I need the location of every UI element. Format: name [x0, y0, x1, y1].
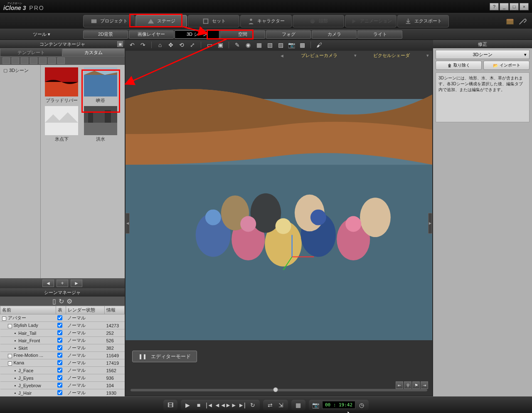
cm-add-button[interactable]: + [57, 279, 68, 287]
visibility-checkbox[interactable] [57, 360, 62, 365]
viewport-right-handle[interactable]: ► [428, 213, 432, 234]
tree-toggle[interactable]: - [8, 354, 12, 358]
select-button[interactable]: ▭ [205, 41, 214, 49]
tree-toggle[interactable]: - [2, 317, 6, 321]
bb-link-icon[interactable]: ⇄ [266, 401, 275, 410]
bb-film-icon[interactable]: 🎞 [166, 401, 175, 410]
table-row[interactable]: •Hair_Frontノーマル526 [0, 337, 125, 344]
viewport-scrubber[interactable]: ⇤ ⚲ ⚑ ⇥ [131, 389, 427, 391]
camera-icon[interactable]: 📷 [287, 41, 296, 49]
scrub-handle[interactable] [273, 387, 278, 392]
table-row[interactable]: •J_Eyebrowノーマル104 [0, 382, 125, 389]
subtab-camera[interactable]: カメラ [312, 30, 357, 39]
sm-tool-3[interactable]: ⚙ [66, 297, 72, 305]
viewport[interactable]: ◄ プレビューカメラ ▾ ピクセルシェーダ ▾ ❚❚ エディターモード ◄ ► … [126, 51, 432, 396]
scrub-btn-2[interactable]: ⚲ [404, 381, 411, 389]
bb-clock-icon[interactable]: ◷ [357, 401, 366, 410]
tab-stage[interactable]: ステージ [135, 15, 187, 27]
visibility-checkbox[interactable] [57, 368, 62, 373]
rewind-button[interactable]: ◄◄ [216, 401, 225, 410]
sm-tool-1[interactable]: ▯ [52, 297, 56, 305]
visibility-checkbox[interactable] [57, 323, 62, 328]
col-render[interactable]: レンダー状態 [66, 306, 104, 314]
thumb-blood-river[interactable]: ブラッドリバー [43, 67, 80, 104]
cm-tree-item-3dscene[interactable]: ▢ 3Dシーン [2, 67, 39, 74]
visibility-checkbox[interactable] [57, 383, 62, 388]
home-button[interactable]: ⌂ [156, 41, 164, 49]
subtab-space[interactable]: 空間 [220, 30, 265, 39]
bb-layout-icon[interactable]: ▦ [294, 401, 303, 410]
subtab-light[interactable]: ライト [357, 30, 402, 39]
overlay-prev-icon[interactable]: ◄ [280, 53, 284, 58]
undo-button[interactable]: ↶ [128, 41, 136, 49]
tab-character[interactable]: キャラクター [240, 15, 292, 27]
col-vis[interactable]: 表 [56, 306, 66, 314]
move-button[interactable]: ✥ [167, 41, 175, 49]
loop-button[interactable]: ↻ [248, 401, 257, 410]
tab-animation[interactable]: アニメーション [345, 15, 397, 27]
scrub-btn-4[interactable]: ⇥ [421, 381, 428, 389]
overlay-camera-label[interactable]: プレビューカメラ [301, 52, 337, 59]
table-row[interactable]: -Free-Motion ...ノーマル11649 [0, 352, 125, 359]
tools-icon[interactable] [518, 17, 527, 27]
scale-button[interactable]: ⤢ [188, 41, 197, 49]
forward-button[interactable]: ►► [227, 401, 236, 410]
thumb-freezing[interactable]: 氷点下 [43, 106, 80, 142]
subtab-fog[interactable]: フォグ [266, 30, 311, 39]
stop-button[interactable]: ■ [194, 401, 203, 410]
tools-dropdown[interactable]: ツール ▾ [0, 31, 83, 37]
cm-tool-7[interactable] [57, 57, 65, 64]
cm-tool-3[interactable] [21, 57, 28, 64]
bb-cam-icon[interactable]: 📷 [311, 401, 320, 410]
scrub-btn-1[interactable]: ⇤ [396, 381, 403, 389]
help-button[interactable]: ? [490, 3, 499, 10]
sm-tool-2[interactable]: ↻ [59, 297, 64, 305]
visibility-checkbox[interactable] [57, 353, 62, 358]
table-row[interactable]: -アバターノーマル [0, 314, 125, 322]
rewind-start-button[interactable]: |◄ [205, 401, 214, 410]
visibility-checkbox[interactable] [57, 315, 62, 320]
table-row[interactable]: •J_Eyesノーマル936 [0, 374, 125, 382]
visibility-checkbox[interactable] [57, 375, 62, 380]
brush-icon[interactable]: 🖌 [315, 41, 323, 49]
table-row[interactable]: •Hair_Tailノーマル252 [0, 329, 125, 337]
tool-b[interactable]: ◉ [244, 41, 252, 49]
cm-tab-custom[interactable]: カスタム [62, 48, 125, 57]
bb-collapse-icon[interactable]: ⇲ [276, 401, 286, 410]
table-row[interactable]: •Skirtノーマル382 [0, 344, 125, 352]
overlay-shader-label[interactable]: ピクセルシェーダ [373, 52, 410, 59]
tool-g[interactable]: ▩ [298, 41, 306, 49]
table-row[interactable]: •J_Faceノーマル1562 [0, 367, 125, 374]
frame-button[interactable]: ▣ [216, 41, 224, 49]
modify-dropdown[interactable]: 3Dシーン [436, 50, 530, 59]
table-row[interactable]: -Stylish Ladyノーマル14273 [0, 322, 125, 329]
visibility-checkbox[interactable] [57, 338, 62, 343]
table-row[interactable]: -Kanaノーマル17419 [0, 359, 125, 367]
thumb-flood[interactable]: 洪水 [82, 106, 119, 142]
visibility-checkbox[interactable] [57, 330, 62, 335]
chest-icon[interactable] [505, 17, 515, 27]
cm-tab-template[interactable]: テンプレート [0, 48, 62, 57]
cm-tool-5[interactable] [39, 57, 47, 64]
table-row[interactable]: •J_Hairノーマル1930 [0, 389, 125, 397]
tab-set[interactable]: セット [188, 15, 239, 27]
subtab-2d-bg[interactable]: 2D背景 [83, 30, 128, 39]
col-info[interactable]: 情報 [104, 306, 124, 314]
visibility-checkbox[interactable] [57, 345, 62, 350]
remove-button[interactable]: 🗑取り除く [436, 61, 482, 70]
tree-toggle[interactable]: - [8, 324, 12, 328]
visibility-checkbox[interactable] [57, 390, 62, 395]
tool-c[interactable]: ▦ [255, 41, 263, 49]
cm-tool-1[interactable] [2, 57, 10, 64]
import-button[interactable]: 📂インポート [483, 61, 530, 70]
tab-head[interactable]: 頭部 [293, 15, 344, 27]
tree-toggle[interactable]: - [8, 361, 12, 366]
sm-table[interactable]: 名前 表 レンダー状態 情報 -アバターノーマル-Stylish Ladyノーマ… [0, 306, 125, 396]
editor-mode-button[interactable]: ❚❚ エディターモード [132, 351, 197, 362]
tool-a[interactable]: ✎ [233, 41, 241, 49]
scrub-btn-3[interactable]: ⚑ [412, 381, 420, 389]
cm-tool-4[interactable] [30, 57, 37, 64]
cm-tool-2[interactable] [12, 57, 19, 64]
cm-prev-button[interactable]: ◄ [42, 279, 54, 287]
tool-e[interactable]: ▨ [276, 41, 285, 49]
